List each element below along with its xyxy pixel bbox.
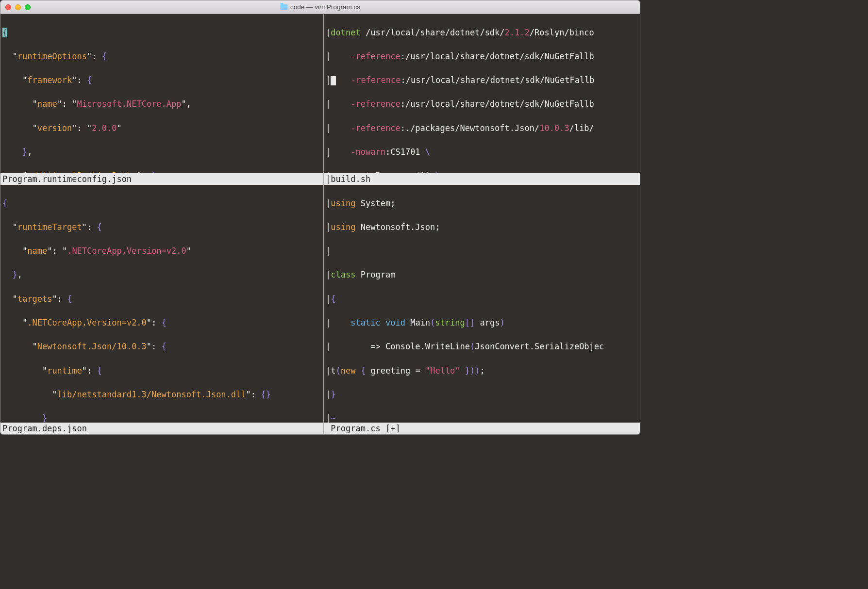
pane-program[interactable]: |using System; |using Newtonsoft.Json; |… [323, 185, 640, 434]
editor-splits: { "runtimeOptions": { "framework": { "na… [0, 14, 640, 434]
pane-runtimeconfig[interactable]: { "runtimeOptions": { "framework": { "na… [0, 14, 323, 185]
close-icon[interactable] [5, 4, 11, 10]
zoom-icon[interactable] [25, 4, 31, 10]
pane-build[interactable]: |dotnet /usr/local/share/dotnet/sdk/2.1.… [323, 14, 640, 185]
buffer-deps[interactable]: { "runtimeTarget": { "name": ".NETCoreAp… [0, 185, 323, 423]
window-title-text: code — vim Program.cs [290, 2, 360, 12]
statusline-program: Program.cs [+] [324, 423, 640, 434]
statusline-runtimeconfig: Program.runtimeconfig.json [0, 173, 323, 185]
buffer-program[interactable]: |using System; |using Newtonsoft.Json; |… [324, 185, 640, 423]
traffic-lights [5, 4, 31, 10]
buffer-runtimeconfig[interactable]: { "runtimeOptions": { "framework": { "na… [0, 14, 323, 173]
buffer-build[interactable]: |dotnet /usr/local/share/dotnet/sdk/2.1.… [324, 14, 640, 173]
cursor-icon [331, 76, 336, 85]
folder-icon [280, 4, 287, 10]
window-title: code — vim Program.cs [280, 2, 360, 12]
pane-deps[interactable]: { "runtimeTarget": { "name": ".NETCoreAp… [0, 185, 323, 434]
minimize-icon[interactable] [15, 4, 21, 10]
statusline-build: |build.sh [324, 173, 640, 185]
statusline-deps: Program.deps.json [0, 423, 323, 434]
window-titlebar: code — vim Program.cs [0, 0, 640, 14]
